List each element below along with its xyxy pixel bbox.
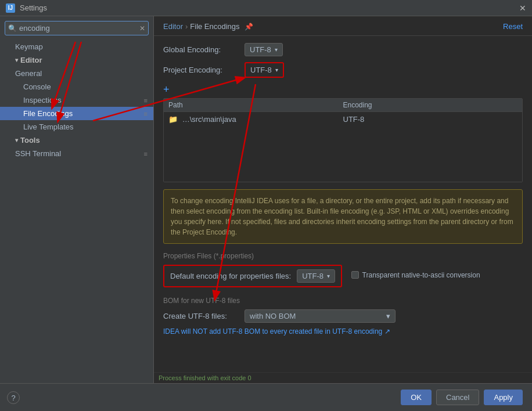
window-title: Settings: [20, 3, 47, 12]
idea-note: IDEA will NOT add UTF-8 BOM to every cre…: [163, 327, 523, 336]
global-encoding-row: Global Encoding: UTF-8 ▾: [163, 43, 523, 56]
tools-label: Tools: [20, 136, 40, 145]
properties-encoding-value: UTF-8: [302, 272, 323, 280]
sidebar-item-keymap[interactable]: Keymap: [0, 40, 153, 53]
project-encoding-dropdown[interactable]: UTF-8 ▾: [250, 66, 278, 74]
main-layout: 🔍 ✕ Keymap ▾ Editor General Console Insp…: [0, 16, 532, 383]
file-encodings-icon: ≡: [144, 110, 148, 117]
properties-encoding-box: Default encoding for properties files: U…: [163, 265, 342, 287]
content-body: Global Encoding: UTF-8 ▾ Project Encodin…: [154, 36, 532, 342]
properties-encoding-dropdown[interactable]: UTF-8 ▾: [297, 269, 335, 283]
breadcrumb-parent: Editor: [163, 22, 183, 31]
transparent-conversion-area: Transparent native-to-ascii conversion: [351, 271, 480, 279]
breadcrumb-separator: ›: [185, 22, 188, 31]
reset-button[interactable]: Reset: [503, 22, 523, 31]
content-area: Editor › File Encodings 📌 Reset Global E…: [154, 16, 532, 383]
global-encoding-label: Global Encoding:: [163, 45, 239, 54]
live-templates-label: Live Templates: [23, 122, 73, 131]
inspections-label: Inspections: [23, 96, 62, 104]
encoding-cell: UTF-8: [343, 115, 518, 124]
expand-arrow-editor: ▾: [15, 57, 18, 63]
sidebar-item-tools[interactable]: ▾ Tools: [0, 134, 153, 147]
sidebar: 🔍 ✕ Keymap ▾ Editor General Console Insp…: [0, 16, 154, 383]
bom-create-row: Create UTF-8 files: with NO BOM ▾: [163, 309, 523, 323]
properties-encoding-arrow: ▾: [327, 273, 330, 279]
sidebar-item-editor[interactable]: ▾ Editor: [0, 53, 153, 67]
path-column-header: Path: [168, 101, 343, 109]
search-box: 🔍 ✕: [5, 21, 149, 35]
transparent-checkbox[interactable]: [351, 271, 359, 279]
search-icon: 🔍: [8, 24, 17, 33]
pin-icon: 📌: [245, 23, 253, 31]
global-encoding-value: UTF-8: [250, 45, 271, 54]
properties-section: Properties Files (*.properties) Default …: [163, 252, 523, 294]
title-bar: IJ Settings ✕: [0, 0, 532, 16]
path-cell: 📁 …\src\main\java: [168, 115, 343, 124]
search-input[interactable]: [5, 21, 149, 35]
file-encodings-label: File Encodings: [23, 109, 73, 118]
close-button[interactable]: ✕: [519, 3, 526, 13]
folder-icon: 📁: [168, 115, 178, 124]
table-row[interactable]: 📁 …\src\main\java UTF-8: [164, 112, 522, 127]
project-encoding-value: UTF-8: [250, 66, 272, 74]
clear-search-button[interactable]: ✕: [139, 24, 145, 33]
project-encoding-arrow: ▾: [275, 67, 278, 73]
inspections-icon: ≡: [144, 97, 148, 104]
project-encoding-box: UTF-8 ▾: [245, 62, 284, 78]
ok-button[interactable]: OK: [401, 390, 432, 405]
bom-section: BOM for new UTF-8 files Create UTF-8 fil…: [163, 297, 523, 336]
sidebar-item-file-encodings[interactable]: File Encodings ≡: [0, 107, 153, 120]
apply-button[interactable]: Apply: [484, 390, 523, 405]
transparent-label: Transparent native-to-ascii conversion: [362, 271, 480, 279]
project-encoding-label: Project Encoding:: [163, 66, 239, 74]
expand-arrow-tools: ▾: [15, 137, 18, 143]
info-text: To change encoding IntelliJ IDEA uses fo…: [171, 197, 513, 236]
cancel-button[interactable]: Cancel: [436, 390, 479, 405]
default-encoding-label: Default encoding for properties files:: [170, 272, 291, 280]
bom-dropdown-arrow: ▾: [386, 312, 390, 320]
sidebar-item-inspections[interactable]: Inspections ≡: [0, 93, 153, 107]
global-encoding-arrow: ▾: [275, 46, 278, 53]
project-encoding-row: Project Encoding: UTF-8 ▾: [163, 62, 523, 78]
general-label: General: [15, 69, 42, 78]
create-utf8-label: Create UTF-8 files:: [163, 312, 239, 320]
ssh-terminal-icon: ≡: [144, 150, 148, 157]
encoding-column-header: Encoding: [343, 101, 518, 109]
sidebar-item-ssh-terminal[interactable]: SSH Terminal ≡: [0, 147, 153, 160]
add-path-button[interactable]: +: [163, 84, 523, 96]
bom-dropdown[interactable]: with NO BOM ▾: [245, 309, 396, 323]
editor-label: Editor: [20, 56, 42, 64]
breadcrumb-current: File Encodings: [190, 22, 239, 31]
sidebar-item-general[interactable]: General: [0, 67, 153, 80]
ssh-terminal-label: SSH Terminal: [15, 149, 61, 158]
path-encoding-table: Path Encoding 📁 …\src\main\java UTF-8: [163, 98, 523, 182]
bottom-bar: ? OK Cancel Apply: [0, 383, 532, 411]
global-encoding-dropdown[interactable]: UTF-8 ▾: [245, 43, 283, 56]
table-header: Path Encoding: [164, 99, 522, 112]
console-label: Console: [23, 82, 51, 91]
terminal-text: Process finished with exit code 0: [159, 374, 251, 381]
terminal-bar: Process finished with exit code 0: [154, 372, 532, 383]
keymap-label: Keymap: [15, 42, 43, 51]
info-box: To change encoding IntelliJ IDEA uses fo…: [163, 189, 523, 244]
bom-section-title: BOM for new UTF-8 files: [163, 297, 523, 305]
content-header: Editor › File Encodings 📌 Reset: [154, 16, 532, 36]
bom-dropdown-value: with NO BOM: [250, 312, 296, 320]
sidebar-item-console[interactable]: Console: [0, 80, 153, 93]
table-rows-area: 📁 …\src\main\java UTF-8: [164, 112, 522, 182]
breadcrumb: Editor › File Encodings: [163, 22, 240, 31]
app-icon: IJ: [6, 3, 15, 13]
help-button[interactable]: ?: [7, 391, 20, 404]
sidebar-item-live-templates[interactable]: Live Templates: [0, 120, 153, 134]
properties-section-title: Properties Files (*.properties): [163, 252, 523, 260]
